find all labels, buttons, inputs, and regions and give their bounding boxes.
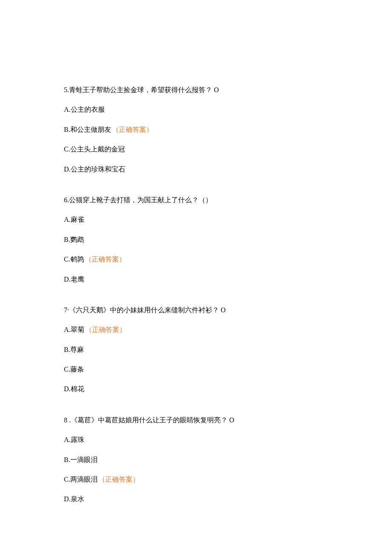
option-text: 鹌鹑 (70, 256, 84, 263)
quiz-content: 5.青蛙王子帮助公主捡金球，希望获得什么报答？ OA.公主的衣服B.和公主做朋友… (64, 85, 328, 504)
option-label: C. (64, 476, 70, 483)
question-text: 8 .《葛苣》中葛苣姑娘用什么让王子的眼睛恢复明亮？ O (64, 416, 328, 425)
question-text: 7·《六只天鹅》中的小妹妹用什么来缝制六件衬衫？ O (64, 305, 328, 315)
option: D.棉花 (64, 384, 328, 394)
question-number: 6. (64, 196, 69, 203)
option-label: A. (64, 436, 71, 443)
question-number: 5. (64, 86, 69, 93)
option: B.尊麻 (64, 345, 328, 355)
option-text: 泉水 (71, 495, 84, 503)
option-text: 一滴眼泪 (70, 456, 98, 463)
option-label: B. (64, 236, 70, 243)
question-body: 公猫穿上靴子去打猎，为国王献上了什么？（） (69, 196, 212, 203)
option-text: 藤条 (70, 366, 84, 373)
option-text: 棉花 (71, 385, 84, 392)
option-text: 公主头上戴的金冠 (70, 145, 125, 153)
option-text: 公主的珍珠和宝石 (71, 166, 125, 173)
option-label: B. (64, 456, 70, 463)
question-text: 5.青蛙王子帮助公主捡金球，希望获得什么报答？ O (64, 85, 328, 95)
question-number: 8 . (64, 416, 71, 424)
option-label: C. (64, 145, 70, 153)
question-block: 6.公猫穿上靴子去打猎，为国王献上了什么？（）A.麻雀B.鹦鹉C.鹌鹑（正确答案… (64, 195, 328, 284)
option-text: 和公主做朋友 (70, 126, 111, 133)
option-label: D. (64, 276, 71, 283)
option-text: 鹦鹉 (70, 236, 84, 243)
option-text: 露珠 (71, 436, 84, 443)
question-number: 7· (64, 306, 69, 314)
option-text: 老鹰 (71, 276, 84, 283)
option: A.公主的衣服 (64, 105, 328, 114)
option: C.两滴眼泪（正确答案） (64, 475, 328, 484)
correct-answer-label: （正确答案） (85, 326, 126, 333)
option-label: D. (64, 166, 71, 173)
correct-answer-label: （正确答案） (85, 256, 126, 263)
option-text: 麻雀 (71, 216, 84, 223)
option: C.藤条 (64, 365, 328, 374)
option-label: B. (64, 346, 70, 353)
correct-answer-label: （正确答案） (98, 476, 139, 483)
option-label: A. (64, 216, 71, 223)
option: B.一滴眼泪 (64, 455, 328, 465)
option: A.麻雀 (64, 215, 328, 224)
option-text: 翠菊 (71, 326, 84, 333)
option: A.露珠 (64, 435, 328, 445)
option-label: C. (64, 256, 70, 263)
option-text: 公主的衣服 (71, 106, 105, 113)
option-label: B. (64, 126, 70, 133)
question-block: 7·《六只天鹅》中的小妹妹用什么来缝制六件衬衫？ OA.翠菊（正确答案）B.尊麻… (64, 305, 328, 394)
option-label: C. (64, 366, 70, 373)
option: D.老鹰 (64, 275, 328, 284)
question-body: 《葛苣》中葛苣姑娘用什么让王子的眼睛恢复明亮？ O (71, 416, 234, 424)
option-label: A. (64, 106, 71, 113)
option-text: 尊麻 (70, 346, 84, 353)
option-label: A. (64, 326, 71, 333)
option: D.泉水 (64, 494, 328, 504)
question-text: 6.公猫穿上靴子去打猎，为国王献上了什么？（） (64, 195, 328, 205)
question-body: 青蛙王子帮助公主捡金球，希望获得什么报答？ O (69, 86, 219, 93)
correct-answer-label: （正确答案） (112, 126, 153, 133)
option: C.公主头上戴的金冠 (64, 145, 328, 154)
option: C.鹌鹑（正确答案） (64, 255, 328, 264)
question-block: 8 .《葛苣》中葛苣姑娘用什么让王子的眼睛恢复明亮？ OA.露珠B.一滴眼泪C.… (64, 416, 328, 504)
question-body: 《六只天鹅》中的小妹妹用什么来缝制六件衬衫？ O (69, 306, 226, 314)
option: B.鹦鹉 (64, 235, 328, 244)
option: D.公主的珍珠和宝石 (64, 165, 328, 174)
option-text: 两滴眼泪 (70, 476, 98, 483)
option: B.和公主做朋友（正确答案） (64, 125, 328, 134)
option: A.翠菊（正确答案） (64, 325, 328, 334)
question-block: 5.青蛙王子帮助公主捡金球，希望获得什么报答？ OA.公主的衣服B.和公主做朋友… (64, 85, 328, 174)
option-label: D. (64, 385, 71, 392)
option-label: D. (64, 495, 71, 503)
